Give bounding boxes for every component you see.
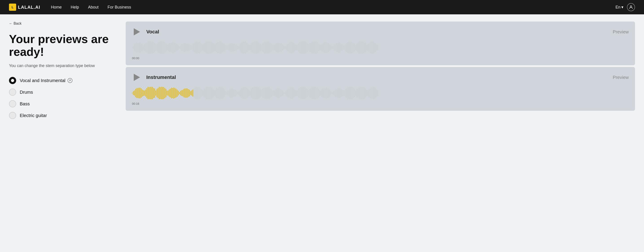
waveform-bar	[245, 41, 246, 54]
radio-input-vocal-instrumental[interactable]	[9, 77, 16, 84]
radio-item-drums[interactable]: Drums	[9, 89, 117, 96]
waveform-bar	[284, 92, 285, 94]
nav-item-for-business[interactable]: For Business	[108, 5, 131, 10]
waveform-bar	[232, 88, 232, 98]
waveform-bar	[333, 91, 334, 95]
waveform-bar	[294, 89, 294, 97]
waveform-bar	[274, 90, 275, 96]
waveform-bar	[246, 43, 247, 52]
radio-label-electric-guitar: Electric guitar	[20, 113, 47, 118]
waveform-bar	[317, 87, 318, 99]
waveform-bar	[312, 87, 312, 99]
waveform-bar	[139, 43, 139, 52]
waveform-bar	[370, 42, 370, 53]
waveform-bar	[174, 43, 175, 52]
waveform-bar	[302, 41, 303, 54]
waveform-bar	[348, 41, 349, 54]
waveform-bar	[194, 43, 194, 52]
waveform-bar	[200, 43, 201, 52]
waveform-bar	[230, 43, 230, 52]
nav-links: Home Help About For Business	[51, 5, 616, 10]
waveform-bar	[365, 89, 366, 97]
waveform-bar	[279, 43, 280, 52]
waveform-bar	[194, 88, 194, 98]
waveform-bar	[290, 42, 291, 53]
waveform-bar	[286, 46, 286, 49]
waveform-bar	[325, 88, 326, 98]
waveform-bar	[304, 87, 304, 99]
waveform-bar	[298, 89, 299, 97]
waveform-bar	[248, 90, 249, 96]
waveform-bar	[297, 90, 298, 96]
radio-label-drums: Drums	[20, 90, 33, 95]
waveform-bar	[208, 41, 209, 54]
waveform-bar	[200, 89, 201, 98]
waveform-bar	[251, 43, 252, 52]
waveform-bar	[307, 89, 308, 97]
waveform-bar	[224, 43, 224, 51]
logo[interactable]: L LALAL.AI	[9, 3, 40, 11]
waveform-bar	[151, 41, 152, 54]
waveform-bar	[159, 42, 160, 53]
waveform-bar	[361, 41, 362, 54]
waveform-bar	[232, 43, 232, 52]
waveform-bar	[289, 42, 290, 52]
main-content: ← Back Your previews are ready! You can …	[0, 14, 644, 252]
waveform-bar	[294, 44, 295, 51]
waveform-bar	[268, 87, 268, 99]
waveform-bar	[325, 42, 326, 53]
radio-input-bass[interactable]	[9, 100, 16, 107]
waveform-bar	[340, 88, 340, 98]
vocal-play-button[interactable]	[132, 27, 142, 37]
waveform-bar	[322, 89, 322, 97]
waveform-bar	[179, 92, 180, 94]
waveform-bar	[346, 43, 347, 52]
waveform-bar	[220, 41, 221, 54]
nav-item-about[interactable]: About	[88, 5, 98, 10]
waveform-bar	[373, 41, 374, 54]
user-account-button[interactable]	[627, 3, 635, 11]
radio-input-electric-guitar[interactable]	[9, 112, 16, 119]
waveform-bar	[376, 44, 377, 51]
waveform-bar	[272, 45, 273, 50]
waveform-bar	[210, 41, 211, 53]
waveform-bar	[225, 91, 226, 95]
instrumental-play-button[interactable]	[132, 72, 142, 82]
back-button[interactable]: ← Back	[9, 21, 117, 25]
radio-item-vocal-instrumental[interactable]: Vocal and Instrumental P	[9, 77, 117, 84]
waveform-bar	[244, 42, 245, 53]
waveform-bar	[279, 88, 280, 97]
radio-item-electric-guitar[interactable]: Electric guitar	[9, 112, 117, 119]
waveform-bar	[301, 41, 302, 54]
nav-item-help[interactable]: Help	[71, 5, 79, 10]
waveform-bar	[164, 42, 165, 53]
waveform-bar	[355, 45, 356, 50]
waveform-bar	[192, 90, 192, 96]
waveform-bar	[198, 42, 199, 53]
waveform-bar	[235, 89, 236, 97]
waveform-bar	[302, 87, 303, 99]
waveform-bar	[277, 89, 277, 98]
waveform-bar	[156, 43, 157, 51]
waveform-bar	[215, 44, 216, 51]
waveform-bar	[320, 45, 321, 50]
waveform-bar	[315, 41, 316, 54]
waveform-bar	[290, 87, 291, 99]
waveform-bar	[161, 87, 162, 99]
waveform-bar	[151, 87, 152, 99]
waveform-bar	[230, 89, 230, 97]
waveform-bar	[185, 43, 185, 52]
waveform-bar	[314, 41, 314, 54]
waveform-bar	[185, 88, 185, 98]
waveform-bar	[281, 90, 282, 96]
waveform-bar	[330, 89, 330, 97]
waveform-bar	[314, 87, 314, 99]
language-selector[interactable]: En ▾	[616, 5, 623, 10]
waveform-bar	[356, 89, 357, 98]
waveform-bar	[262, 43, 263, 51]
radio-input-drums[interactable]	[9, 89, 16, 96]
waveform-bar	[362, 87, 362, 99]
radio-item-bass[interactable]: Bass	[9, 100, 117, 107]
waveform-bar	[376, 43, 376, 52]
nav-item-home[interactable]: Home	[51, 5, 62, 10]
